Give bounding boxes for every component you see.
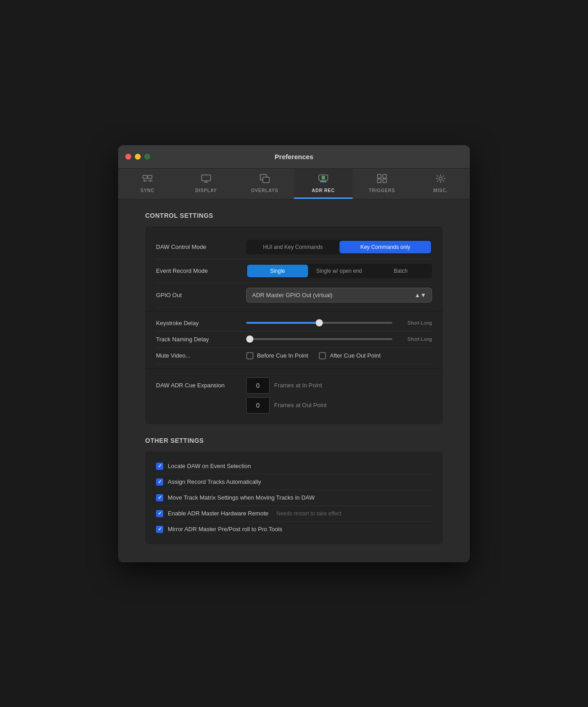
track-naming-delay-label: Track Naming Delay (156, 336, 246, 343)
tab-adr-label: ADR REC (312, 188, 335, 193)
gpio-out-control: ADR Master GPIO Out (virtual) ▲▼ (246, 288, 432, 303)
daw-control-mode-label: DAW Control Mode (156, 243, 246, 250)
frames-out-label: Frames at Out Point (274, 402, 326, 409)
display-icon (201, 174, 211, 185)
event-record-mode-label: Event Record Mode (156, 267, 246, 274)
locate-daw-row: Locate DAW on Event Selection (156, 459, 432, 474)
svg-rect-11 (383, 179, 386, 183)
daw-adr-row: DAW ADR Cue Expansion 0 Frames at In Poi… (156, 372, 432, 415)
maximize-button[interactable] (144, 154, 150, 160)
svg-rect-9 (383, 174, 386, 178)
mirror-adr-checkbox[interactable] (156, 526, 163, 533)
track-naming-delay-row: Track Naming Delay Short-Long (156, 331, 432, 348)
gpio-out-value: ADR Master GPIO Out (virtual) (252, 292, 332, 298)
tab-misc-label: MISC. (433, 188, 448, 193)
svg-rect-2 (202, 175, 211, 181)
gpio-arrow-icon: ▲▼ (414, 292, 426, 298)
event-mode-single-open-btn[interactable]: Single w/ open end (309, 265, 370, 277)
daw-adr-label: DAW ADR Cue Expansion (156, 377, 246, 389)
tab-overlays[interactable]: OVERLAYS (235, 169, 294, 199)
titlebar: Preferences (118, 145, 470, 169)
tab-sync[interactable]: SYNC (118, 169, 177, 199)
content-area: CONTROL SETTINGS DAW Control Mode HUI an… (118, 199, 470, 562)
event-mode-batch-btn[interactable]: Batch (370, 265, 431, 277)
gpio-out-dropdown[interactable]: ADR Master GPIO Out (virtual) ▲▼ (246, 288, 432, 303)
mute-video-controls: Before Cue In Point After Cue Out Point (246, 352, 432, 359)
daw-adr-controls: 0 Frames at In Point 0 Frames at Out Poi… (246, 377, 326, 413)
assign-record-checkbox[interactable] (156, 478, 163, 486)
keystroke-delay-label: Keystroke Delay (156, 320, 246, 326)
mute-video-row: Mute Video... Before Cue In Point After … (156, 348, 432, 364)
traffic-lights (125, 154, 150, 160)
event-mode-single-btn[interactable]: Single (247, 265, 308, 277)
enable-adr-label: Enable ADR Master Hardware Remote (168, 510, 268, 517)
tab-triggers[interactable]: TRIGGERS (353, 169, 411, 199)
separator-2 (145, 368, 443, 368)
daw-control-segmented: HUI and Key Commands Key Commands only (246, 240, 432, 254)
daw-mode-key-btn[interactable]: Key Commands only (340, 241, 431, 253)
tab-bar: SYNC DISPLAY OVERLAYS (118, 169, 470, 199)
mirror-adr-label: Mirror ADR Master Pre/Post roll to Pro T… (168, 526, 282, 533)
daw-control-mode-row: DAW Control Mode HUI and Key Commands Ke… (156, 235, 432, 259)
event-record-mode-row: Event Record Mode Single Single w/ open … (156, 259, 432, 283)
enable-adr-sublabel: Needs restart to take effect (276, 510, 341, 517)
track-naming-range: Short-Long (396, 336, 432, 342)
assign-record-label: Assign Record Tracks Automatically (168, 478, 261, 485)
before-cue-checkbox[interactable] (246, 352, 253, 359)
misc-icon (436, 174, 446, 185)
window-title: Preferences (275, 153, 313, 161)
svg-rect-10 (377, 179, 381, 183)
keystroke-delay-range: Short-Long (396, 320, 432, 326)
triggers-icon (377, 174, 387, 185)
after-cue-checkbox[interactable] (319, 352, 326, 359)
sync-icon (142, 174, 152, 185)
frames-out-input[interactable]: 0 (246, 397, 270, 413)
locate-daw-checkbox[interactable] (156, 463, 163, 470)
daw-control-mode-control: HUI and Key Commands Key Commands only (246, 240, 432, 254)
move-track-checkbox[interactable] (156, 494, 163, 501)
other-settings-title: OTHER SETTINGS (145, 437, 443, 444)
svg-rect-0 (143, 175, 147, 179)
event-record-segmented: Single Single w/ open end Batch (246, 264, 432, 278)
track-naming-delay-slider[interactable] (246, 338, 392, 340)
after-cue-label: After Cue Out Point (330, 352, 381, 359)
tab-adr-rec[interactable]: ADR REC (294, 169, 353, 199)
svg-point-7 (322, 176, 325, 179)
move-track-label: Move Track Matrix Settings when Moving T… (168, 494, 315, 501)
frames-in-input[interactable]: 0 (246, 377, 270, 394)
frames-in-label: Frames at In Point (274, 382, 322, 389)
mirror-adr-row: Mirror ADR Master Pre/Post roll to Pro T… (156, 522, 432, 537)
minimize-button[interactable] (135, 154, 141, 160)
tab-sync-label: SYNC (141, 188, 155, 193)
before-cue-label: Before Cue In Point (257, 352, 308, 359)
preferences-window: Preferences SYNC DISPLAY (118, 145, 470, 562)
tab-triggers-label: TRIGGERS (369, 188, 395, 193)
keystroke-delay-slider[interactable] (246, 322, 392, 324)
close-button[interactable] (125, 154, 131, 160)
keystroke-delay-row: Keystroke Delay Short-Long (156, 315, 432, 331)
after-cue-item: After Cue Out Point (319, 352, 381, 359)
mute-video-label: Mute Video... (156, 352, 246, 359)
adr-icon (318, 174, 328, 185)
tab-overlays-label: OVERLAYS (251, 188, 279, 193)
svg-rect-1 (148, 175, 152, 179)
overlays-icon (260, 174, 270, 185)
locate-daw-label: Locate DAW on Event Selection (168, 463, 251, 469)
tab-display[interactable]: DISPLAY (177, 169, 235, 199)
daw-mode-hui-btn[interactable]: HUI and Key Commands (247, 241, 339, 253)
move-track-row: Move Track Matrix Settings when Moving T… (156, 490, 432, 506)
gpio-out-row: GPIO Out ADR Master GPIO Out (virtual) ▲… (156, 283, 432, 308)
assign-record-row: Assign Record Tracks Automatically (156, 474, 432, 490)
enable-adr-checkbox[interactable] (156, 510, 163, 517)
frames-out-row: 0 Frames at Out Point (246, 397, 326, 413)
svg-rect-4 (263, 177, 269, 183)
gpio-out-label: GPIO Out (156, 292, 246, 298)
svg-rect-8 (377, 174, 381, 178)
other-settings-box: Locate DAW on Event Selection Assign Rec… (145, 451, 443, 544)
before-cue-item: Before Cue In Point (246, 352, 308, 359)
tab-display-label: DISPLAY (195, 188, 217, 193)
tab-misc[interactable]: MISC. (411, 169, 470, 199)
control-settings-title: CONTROL SETTINGS (145, 212, 443, 219)
control-settings-box: DAW Control Mode HUI and Key Commands Ke… (145, 226, 443, 424)
event-record-mode-control: Single Single w/ open end Batch (246, 264, 432, 278)
